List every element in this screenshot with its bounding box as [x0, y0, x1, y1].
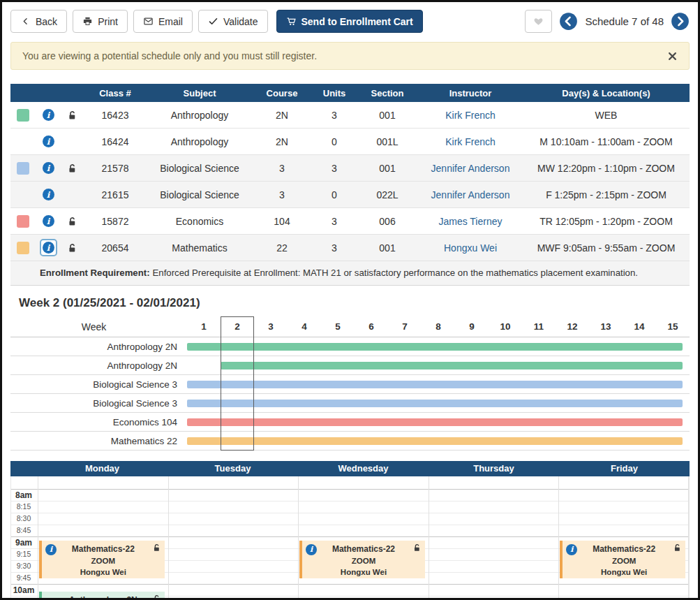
week-row-track	[187, 337, 690, 356]
calendar-day-header: Friday	[559, 461, 690, 476]
cell-subject: Anthropology	[147, 110, 252, 121]
time-label: 8:30	[11, 514, 36, 522]
calendar-event[interactable]: Anthropology-2N	[39, 592, 165, 600]
info-icon[interactable]: i	[43, 242, 54, 254]
cell-section: 022L	[357, 189, 418, 200]
cell-days-location: M 10:10am - 11:00am - ZOOM	[523, 136, 690, 147]
time-label: 9:15	[11, 550, 36, 558]
info-icon[interactable]: i	[43, 136, 54, 147]
event-text: Mathematics-22ZOOMHongxu Wei	[302, 541, 425, 576]
class-row: i15872Economics1043006James TierneyTR 12…	[10, 208, 690, 235]
info-icon[interactable]: i	[45, 544, 57, 555]
lock-icon[interactable]	[67, 163, 77, 174]
back-button[interactable]: Back	[10, 10, 67, 33]
week-row-label: Biological Science 3	[10, 394, 187, 413]
info-cell: i	[36, 109, 61, 122]
validate-button[interactable]: Validate	[198, 10, 268, 33]
week-number: 14	[623, 316, 656, 337]
week-row-track	[187, 394, 690, 413]
lock-icon[interactable]	[152, 594, 161, 600]
cell-class-number: 15872	[83, 216, 147, 227]
info-icon[interactable]: i	[43, 215, 54, 227]
instructor-link[interactable]: James Tierney	[438, 216, 502, 227]
column-header: Instructor	[418, 88, 523, 98]
info-icon[interactable]: i	[43, 189, 54, 200]
next-schedule-button[interactable]	[671, 12, 690, 31]
info-cell: i	[36, 189, 61, 201]
swatch-cell	[10, 241, 36, 254]
cell-section: 001	[357, 242, 418, 254]
cell-subject: Biological Science	[147, 163, 252, 174]
instructor-cell: Jennifer Anderson	[418, 189, 523, 200]
calendar-event[interactable]: iMathematics-22ZOOMHongxu Wei	[39, 541, 165, 579]
favorite-button[interactable]	[525, 10, 552, 33]
focused-info-ring: i	[40, 239, 57, 256]
email-button[interactable]: Email	[133, 10, 193, 33]
calendar-day-header: Thursday	[429, 461, 559, 476]
lock-cell	[61, 162, 83, 174]
heart-icon	[533, 16, 544, 27]
schedule-navigation: Schedule 7 of 48	[525, 10, 690, 33]
time-gridline	[11, 489, 689, 490]
schedule-position-label: Schedule 7 of 48	[585, 15, 664, 27]
classes-table-body: i16423Anthropology2N3001Kirk FrenchWEBi1…	[10, 102, 690, 261]
send-to-cart-label: Send to Enrollment Cart	[301, 16, 413, 27]
swatch-cell	[10, 214, 36, 227]
week-grid-title: Week 2 (01/25/2021 - 02/01/2021)	[19, 296, 698, 310]
cart-icon	[286, 16, 297, 27]
instructor-link[interactable]: Jennifer Anderson	[431, 163, 510, 174]
week-number: 9	[455, 316, 489, 337]
info-cell: i	[36, 215, 61, 228]
week-number: 6	[355, 316, 388, 337]
info-icon[interactable]: i	[306, 544, 317, 555]
weekly-calendar: MondayTuesdayWednesdayThursdayFriday 8am…	[10, 461, 690, 600]
calendar-event[interactable]: iMathematics-22ZOOMHongxu Wei	[560, 541, 685, 579]
day-separator-line	[558, 476, 559, 600]
lock-cell	[61, 215, 83, 227]
day-separator-line	[429, 476, 429, 600]
week-number: 13	[589, 316, 623, 337]
info-icon[interactable]: i	[43, 162, 54, 174]
cell-class-number: 21615	[83, 189, 147, 200]
calendar-day-headers: MondayTuesdayWednesdayThursdayFriday	[37, 461, 690, 476]
instructor-cell: Kirk French	[418, 110, 523, 121]
time-gridline	[11, 513, 689, 513]
event-text: Anthropology-2N	[42, 592, 165, 600]
cell-section: 001L	[357, 136, 418, 147]
time-label: 9:30	[11, 562, 36, 570]
course-color-swatch	[17, 215, 29, 228]
instructor-link[interactable]: Hongxu Wei	[444, 242, 497, 254]
cell-days-location: TR 12:05pm - 1:20pm - ZOOM	[523, 216, 690, 227]
lock-icon[interactable]	[67, 217, 77, 227]
instructor-link[interactable]: Jennifer Anderson	[431, 189, 510, 200]
calendar-day-header: Tuesday	[167, 461, 298, 476]
printer-icon	[82, 16, 93, 27]
day-separator-line	[298, 476, 299, 600]
instructor-link[interactable]: Kirk French	[445, 110, 496, 121]
course-week-bar	[187, 418, 683, 426]
event-instructor: Hongxu Wei	[42, 568, 165, 576]
week-row-track	[187, 375, 690, 394]
event-location: ZOOM	[563, 557, 685, 565]
cell-section: 001	[357, 163, 418, 174]
class-row: i21578Biological Science33001Jennifer An…	[10, 155, 690, 182]
close-banner-button[interactable]	[667, 51, 678, 61]
info-icon[interactable]: i	[566, 544, 577, 555]
previous-schedule-button[interactable]	[559, 12, 578, 31]
lock-icon[interactable]	[67, 243, 77, 254]
print-button[interactable]: Print	[73, 10, 128, 33]
calendar-header: MondayTuesdayWednesdayThursdayFriday	[10, 461, 690, 476]
toolbar: Back Print Email Validate Send to Enroll…	[10, 10, 690, 33]
time-label: 10am	[11, 585, 36, 595]
calendar-event[interactable]: iMathematics-22ZOOMHongxu Wei	[299, 541, 425, 579]
cell-days-location: WEB	[523, 110, 690, 121]
lock-icon[interactable]	[412, 543, 422, 553]
cell-course: 22	[252, 242, 312, 254]
week-row-label: Anthropology 2N	[10, 356, 187, 375]
send-to-enrollment-cart-button[interactable]: Send to Enrollment Cart	[276, 10, 423, 33]
instructor-link[interactable]: Kirk French	[445, 136, 496, 147]
lock-icon[interactable]	[673, 543, 682, 553]
info-icon[interactable]: i	[43, 109, 54, 121]
lock-icon[interactable]	[152, 543, 161, 553]
lock-icon[interactable]	[67, 110, 77, 121]
